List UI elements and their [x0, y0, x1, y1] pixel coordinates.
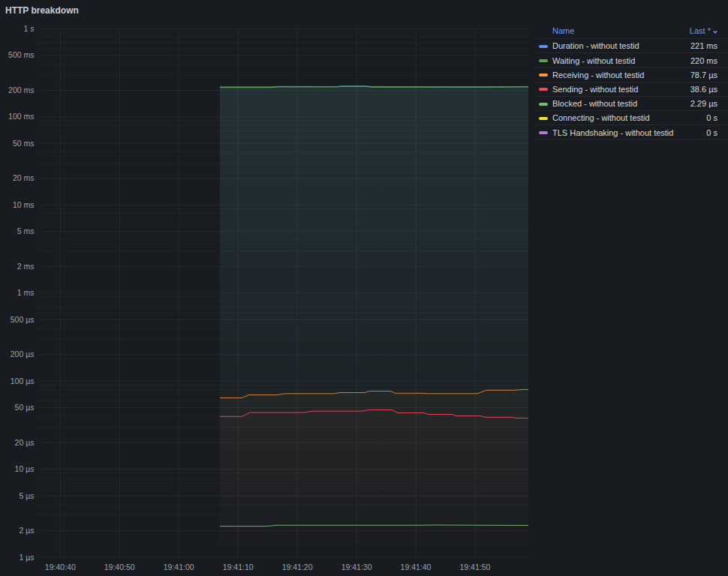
- svg-text:500 ms: 500 ms: [8, 50, 34, 59]
- svg-text:19:41:10: 19:41:10: [223, 562, 254, 572]
- svg-text:19:41:00: 19:41:00: [164, 562, 194, 572]
- svg-text:100 µs: 100 µs: [11, 376, 35, 386]
- svg-text:1 µs: 1 µs: [19, 553, 34, 562]
- svg-text:19:40:50: 19:40:50: [104, 562, 135, 572]
- svg-text:50 ms: 50 ms: [13, 139, 35, 148]
- svg-text:20 µs: 20 µs: [15, 438, 35, 447]
- svg-text:10 ms: 10 ms: [13, 200, 35, 209]
- svg-text:20 ms: 20 ms: [13, 173, 35, 182]
- svg-text:19:41:50: 19:41:50: [459, 562, 490, 572]
- svg-text:10 µs: 10 µs: [15, 464, 35, 473]
- svg-text:100 ms: 100 ms: [8, 112, 34, 121]
- svg-text:1 s: 1 s: [23, 24, 34, 33]
- svg-text:19:41:30: 19:41:30: [341, 562, 372, 572]
- svg-text:500 µs: 500 µs: [11, 315, 35, 324]
- svg-text:50 µs: 50 µs: [15, 403, 35, 412]
- svg-text:5 ms: 5 ms: [17, 226, 35, 236]
- svg-text:19:41:40: 19:41:40: [401, 562, 432, 572]
- svg-text:19:41:20: 19:41:20: [282, 562, 313, 572]
- svg-text:200 ms: 200 ms: [8, 86, 34, 94]
- svg-text:2 µs: 2 µs: [19, 526, 34, 535]
- svg-text:1 ms: 1 ms: [17, 288, 35, 297]
- svg-text:2 ms: 2 ms: [17, 262, 35, 271]
- svg-text:19:40:40: 19:40:40: [45, 562, 76, 572]
- svg-text:5 µs: 5 µs: [19, 491, 34, 500]
- svg-text:200 µs: 200 µs: [11, 350, 35, 358]
